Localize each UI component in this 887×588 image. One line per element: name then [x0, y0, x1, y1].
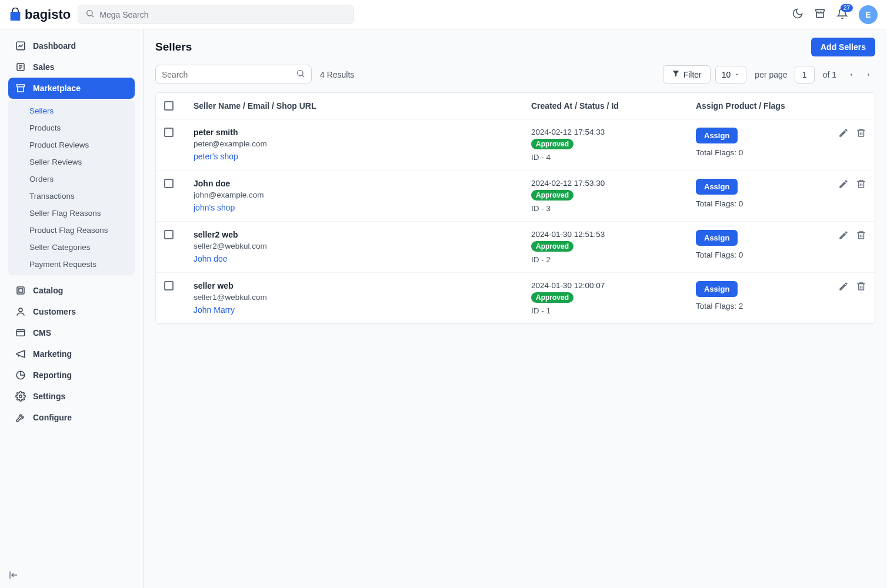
svg-point-6: [19, 308, 22, 312]
seller-email: peter@example.com: [194, 139, 525, 148]
subnav-products[interactable]: Products: [8, 119, 135, 136]
assign-button[interactable]: Assign: [696, 179, 738, 195]
assign-button[interactable]: Assign: [696, 281, 738, 297]
row-checkbox[interactable]: [164, 281, 174, 290]
sidebar-item-cms[interactable]: CMS: [8, 322, 135, 343]
subnav-seller-reviews[interactable]: Seller Reviews: [8, 153, 135, 171]
select-all-checkbox[interactable]: [164, 101, 174, 111]
mega-search[interactable]: Mega Search: [78, 5, 354, 24]
seller-email: seller2@webkul.com: [194, 242, 525, 250]
subnav-transactions[interactable]: Transactions: [8, 188, 135, 205]
edit-icon[interactable]: [838, 230, 849, 242]
per-page-select[interactable]: 10: [715, 66, 747, 83]
grid-search[interactable]: [155, 65, 312, 84]
svg-rect-14: [859, 284, 864, 290]
dashboard-icon: [15, 41, 26, 51]
delete-icon[interactable]: [856, 128, 866, 140]
seller-name: seller web: [194, 281, 525, 290]
svg-point-9: [19, 395, 22, 398]
flags-count: Total Flags: 2: [696, 302, 813, 310]
notification-badge: 27: [841, 4, 853, 12]
brand-logo[interactable]: bagisto: [9, 7, 71, 22]
edit-icon[interactable]: [838, 128, 849, 140]
search-icon: [85, 9, 95, 20]
sidebar-item-label: Reporting: [33, 370, 72, 380]
edit-icon[interactable]: [838, 179, 849, 191]
row-checkbox[interactable]: [164, 128, 174, 137]
seller-created-at: 2024-02-12 17:54:33: [531, 128, 690, 136]
sidebar-item-label: Catalog: [33, 286, 63, 295]
store-icon[interactable]: [814, 8, 826, 21]
delete-icon[interactable]: [856, 230, 866, 242]
grid-search-input[interactable]: [162, 70, 296, 79]
page-of: of 1: [823, 70, 836, 79]
seller-id: ID - 1: [531, 306, 690, 315]
table-row: peter smith peter@example.com peter's sh…: [156, 119, 875, 171]
seller-id: ID - 3: [531, 204, 690, 213]
sidebar-item-configure[interactable]: Configure: [8, 407, 135, 428]
subnav-seller-flag-reasons[interactable]: Seller Flag Reasons: [8, 205, 135, 222]
subnav-orders[interactable]: Orders: [8, 171, 135, 188]
svg-point-10: [298, 71, 303, 76]
sidebar-item-settings[interactable]: Settings: [8, 386, 135, 407]
sidebar-item-sales[interactable]: Sales: [8, 56, 135, 78]
seller-shop-link[interactable]: John doe: [194, 254, 525, 263]
topbar: bagisto Mega Search 27 E: [0, 0, 887, 29]
next-page-icon[interactable]: [862, 68, 875, 82]
filter-icon: [672, 69, 680, 79]
sidebar-item-customers[interactable]: Customers: [8, 301, 135, 322]
subnav-sellers[interactable]: Sellers: [8, 102, 135, 119]
subnav-product-reviews[interactable]: Product Reviews: [8, 136, 135, 153]
seller-email: john@example.com: [194, 191, 525, 199]
delete-icon[interactable]: [856, 179, 866, 191]
sidebar-item-dashboard[interactable]: Dashboard: [8, 35, 135, 56]
sidebar-item-label: Marketplace: [33, 83, 81, 93]
svg-rect-5: [19, 289, 22, 292]
flags-count: Total Flags: 0: [696, 250, 813, 259]
bell-icon[interactable]: 27: [836, 8, 848, 21]
svg-point-1: [87, 11, 92, 16]
delete-icon[interactable]: [856, 281, 866, 293]
assign-button[interactable]: Assign: [696, 230, 738, 246]
bag-icon: [9, 8, 21, 22]
svg-rect-7: [16, 330, 25, 336]
sidebar-item-marketplace[interactable]: Marketplace: [8, 78, 135, 99]
edit-icon[interactable]: [838, 281, 849, 293]
filter-button[interactable]: Filter: [663, 65, 711, 83]
row-checkbox[interactable]: [164, 179, 174, 188]
status-badge: Approved: [531, 139, 573, 149]
cms-icon: [15, 328, 26, 338]
dark-mode-icon[interactable]: [792, 8, 803, 21]
status-badge: Approved: [531, 190, 573, 201]
subnav-seller-categories[interactable]: Seller Categories: [8, 239, 135, 256]
brand-text: bagisto: [25, 7, 71, 22]
assign-button[interactable]: Assign: [696, 128, 738, 143]
avatar[interactable]: E: [859, 5, 878, 24]
per-page-value: 10: [722, 70, 731, 79]
page-number-input[interactable]: 1: [795, 66, 815, 83]
svg-rect-4: [17, 287, 24, 294]
seller-created-at: 2024-01-30 12:51:53: [531, 230, 690, 239]
sidebar-item-label: Settings: [33, 392, 65, 401]
seller-shop-link[interactable]: john's shop: [194, 203, 525, 212]
chevron-down-icon: [734, 70, 740, 79]
add-sellers-button[interactable]: Add Sellers: [811, 38, 875, 56]
collapse-sidebar-icon[interactable]: [8, 570, 19, 582]
sidebar-item-label: Configure: [33, 413, 72, 422]
sidebar-item-catalog[interactable]: Catalog: [8, 280, 135, 301]
svg-rect-13: [859, 233, 864, 239]
seller-shop-link[interactable]: John Marry: [194, 305, 525, 315]
prev-page-icon[interactable]: [845, 68, 858, 82]
row-checkbox[interactable]: [164, 230, 174, 239]
seller-created-at: 2024-02-12 17:53:30: [531, 179, 690, 188]
subnav-payment-requests[interactable]: Payment Requests: [8, 256, 135, 273]
subnav-product-flag-reasons[interactable]: Product Flag Reasons: [8, 222, 135, 239]
customers-icon: [15, 306, 26, 317]
seller-id: ID - 2: [531, 255, 690, 264]
seller-shop-link[interactable]: peter's shop: [194, 152, 525, 161]
sidebar-item-reporting[interactable]: Reporting: [8, 365, 135, 386]
wrench-icon: [15, 412, 26, 423]
seller-id: ID - 4: [531, 153, 690, 162]
sidebar-item-marketing[interactable]: Marketing: [8, 343, 135, 365]
sellers-grid: Seller Name / Email / Shop URL Created A…: [155, 92, 875, 324]
